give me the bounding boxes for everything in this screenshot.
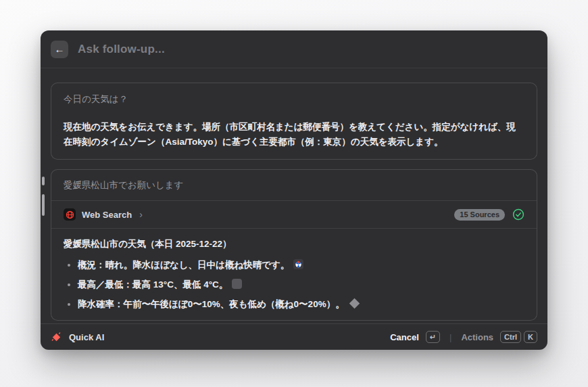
header: ← Ask follow-up... (41, 30, 547, 68)
bullet-dot (68, 264, 70, 267)
user-question-2: 愛媛県松山市でお願いします (64, 179, 524, 192)
chevron-right-icon: › (139, 209, 143, 220)
back-button[interactable]: ← (51, 41, 68, 58)
scroll-indicator-top[interactable] (42, 177, 45, 185)
assistant-answer-1: 現在地の天気をお伝えできます。場所（市区町村名または郵便番号）を教えてください。… (64, 120, 524, 150)
user-question-1: 今日の天気は？ (64, 93, 524, 106)
footer-separator: | (449, 332, 451, 342)
web-search-row[interactable]: Web Search › 15 Sources (51, 201, 537, 228)
k-key-badge: K (524, 331, 537, 343)
citation-diamond-icon[interactable] (349, 298, 360, 309)
actions-button[interactable]: Actions (461, 332, 493, 342)
return-key-badge: ↵ (426, 331, 440, 343)
bullet-dot (68, 283, 70, 286)
check-circle-icon (512, 208, 524, 221)
bullet-text: 概況：晴れ。降水ほぼなし、日中は概ね快晴です。 (78, 258, 303, 272)
bullet-text: 最高／最低：最高 13°C、最低 4°C。 (78, 278, 242, 292)
web-search-globe-icon (64, 208, 76, 221)
answer-title: 愛媛県松山市の天気（本日 2025-12-22） (64, 237, 524, 251)
sources-count-badge[interactable]: 15 Sources (454, 209, 505, 221)
bullet-text: 降水確率：午前〜午後ほぼ0〜10%、夜も低め（概ね0〜20%）。 (78, 298, 360, 311)
chat-content: 今日の天気は？ 現在地の天気をお伝えできます。場所（市区町村名または郵便番号）を… (41, 68, 547, 323)
follow-up-input[interactable]: Ask follow-up... (78, 43, 537, 56)
chat-turn-2-card: 愛媛県松山市でお願いします Web Search › 15 Sources (51, 169, 537, 321)
cancel-button[interactable]: Cancel (390, 332, 419, 342)
list-item: 降水確率：午前〜午後ほぼ0〜10%、夜も低め（概ね0〜20%）。 (64, 298, 524, 311)
footer-bar: Quick AI Cancel ↵ | Actions Ctrl K (41, 323, 547, 350)
raycast-logo-icon (51, 332, 62, 343)
assistant-answer-2: 愛媛県松山市の天気（本日 2025-12-22） 概況：晴れ。降水ほぼなし、日中… (51, 229, 537, 320)
scroll-indicator-thumb[interactable] (42, 194, 45, 216)
citation-favicon-icon[interactable] (293, 259, 303, 269)
bullet-dot (68, 303, 70, 306)
chat-turn-1-card: 今日の天気は？ 現在地の天気をお伝えできます。場所（市区町村名または郵便番号）を… (51, 83, 537, 160)
citation-placeholder-icon[interactable] (232, 279, 242, 289)
list-item: 最高／最低：最高 13°C、最低 4°C。 (64, 278, 524, 292)
ctrl-key-badge: Ctrl (500, 331, 521, 343)
app-name-label: Quick AI (69, 332, 104, 342)
back-arrow-icon: ← (55, 43, 65, 55)
quick-ai-window: ← Ask follow-up... 今日の天気は？ 現在地の天気をお伝えできま… (41, 30, 547, 350)
web-search-label: Web Search (82, 210, 132, 220)
answer-bullet-list: 概況：晴れ。降水ほぼなし、日中は概ね快晴です。 最高／最低：最高 13°C、最低… (64, 258, 524, 311)
list-item: 概況：晴れ。降水ほぼなし、日中は概ね快晴です。 (64, 258, 524, 272)
